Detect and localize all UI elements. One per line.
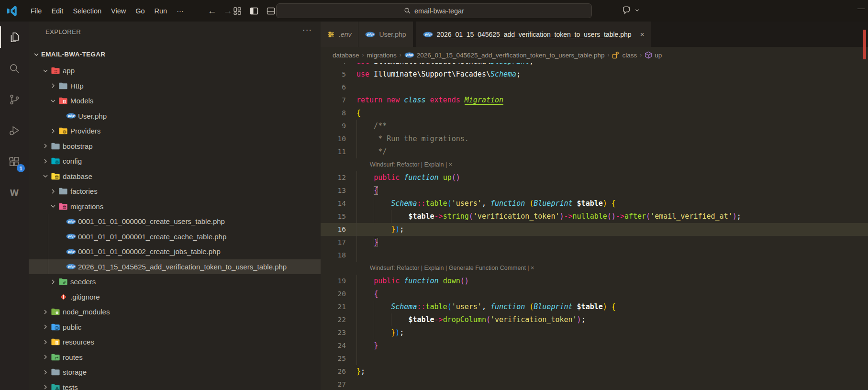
tree-item--gitignore[interactable]: .gitignore — [29, 290, 321, 305]
tree-item-0001-01-01-000000-create-users-table-php[interactable]: php0001_01_01_000000_create_users_table.… — [29, 214, 321, 229]
close-icon[interactable]: × — [640, 30, 645, 38]
code-line-13[interactable]: 13 { — [321, 184, 868, 197]
code-line-14[interactable]: 14 Schema::table('users', function (Blue… — [321, 197, 868, 210]
activity-search[interactable] — [0, 53, 29, 84]
code-line-24[interactable]: 24 } — [321, 339, 868, 352]
code-line-12[interactable]: 12 public function up() — [321, 171, 868, 184]
tree-item-migrations[interactable]: migrations — [29, 199, 321, 214]
tree-item-storage[interactable]: storage — [29, 365, 321, 380]
tree-item-routes[interactable]: routes — [29, 350, 321, 365]
tree-item-providers[interactable]: Providers — [29, 123, 321, 139]
activity-explorer[interactable] — [0, 22, 29, 53]
tab-user-php[interactable]: phpUser.php — [358, 22, 413, 47]
code-line-20[interactable]: 20 { — [321, 288, 868, 301]
activity-run-debug[interactable] — [0, 115, 29, 146]
customize-layout-icon[interactable] — [233, 6, 242, 16]
tree-item-models[interactable]: Models — [29, 93, 321, 109]
code-line-10[interactable]: 10 * Run the migrations. — [321, 133, 868, 145]
chevron-right-icon — [41, 142, 50, 150]
code-line-18[interactable]: 18 — [321, 249, 868, 262]
tree-item-public[interactable]: public — [29, 320, 321, 335]
menu-run[interactable]: Run — [150, 5, 172, 17]
activity-extensions[interactable]: 1 — [0, 146, 29, 177]
tree-item-0001-01-01-000001-create-cache-table-php[interactable]: php0001_01_01_000001_create_cache_table.… — [29, 229, 321, 245]
code-line-5[interactable]: 5use Illuminate\Support\Facades\Schema; — [321, 68, 868, 81]
breadcrumb-segment-1[interactable]: database — [333, 52, 359, 59]
code-line-15[interactable]: 15 $table->string('verification_token')-… — [321, 210, 868, 223]
code-line-25[interactable]: 25 — [321, 352, 868, 365]
tree-item-label: bootstrap — [63, 142, 93, 150]
tree-item-node-modules[interactable]: node_modules — [29, 304, 321, 320]
nav-forward-arrow[interactable]: → — [223, 6, 233, 16]
nav-back-arrow[interactable]: ← — [208, 6, 217, 16]
code-line-27[interactable]: 27 — [321, 378, 868, 390]
codelens-row[interactable]: Windsurf: Refactor | Explain | Generate … — [321, 262, 868, 275]
codelens-row[interactable]: Windsurf: Refactor | Explain | × — [321, 158, 868, 171]
code-line-17[interactable]: 17 } — [321, 236, 868, 249]
codelens-actions[interactable]: Windsurf: Refactor | Explain | × — [346, 158, 868, 171]
tree-item-seeders[interactable]: seeders — [29, 274, 321, 290]
tree-item-tests[interactable]: tests — [29, 380, 321, 390]
indent-guide — [356, 120, 357, 133]
tree-item-label: Providers — [70, 127, 100, 135]
menu-go[interactable]: Go — [131, 5, 149, 17]
code-line-7[interactable]: 7return new class extends Migration — [321, 94, 868, 107]
code-editor[interactable]: 4use Illuminate\Database\Schema\Blueprin… — [321, 63, 868, 390]
tree-item-0001-01-01-000002-create-jobs-table-php[interactable]: php0001_01_01_000002_create_jobs_table.p… — [29, 244, 321, 259]
code-line-9[interactable]: 9 /** — [321, 120, 868, 133]
codelens-actions[interactable]: Windsurf: Refactor | Explain | Generate … — [346, 262, 868, 275]
code-line-6[interactable]: 6 — [321, 81, 868, 94]
menu-view[interactable]: View — [106, 5, 131, 17]
line-number: 18 — [321, 249, 346, 262]
toggle-panel-icon[interactable] — [266, 6, 276, 16]
toggle-primary-sidebar-icon[interactable] — [249, 6, 259, 16]
project-root-row[interactable]: EMAIL-BWA-TEGAR — [29, 48, 321, 61]
indent-guide — [374, 301, 374, 313]
tree-item-app[interactable]: app — [29, 63, 321, 78]
tab-label: 2026_01_15_045625_add_verification_token… — [437, 31, 632, 38]
breadcrumb[interactable]: database›migrations›php2026_01_15_045625… — [321, 47, 868, 63]
window-minimize-icon[interactable]: — — [857, 4, 865, 12]
breadcrumb-segment-4[interactable]: class — [612, 51, 637, 59]
code-line-26[interactable]: 26}; — [321, 365, 868, 378]
copilot-chat-icon[interactable] — [621, 5, 632, 16]
tree-item-http[interactable]: Http — [29, 78, 321, 94]
svg-text:php: php — [67, 114, 75, 118]
code-line-16[interactable]: 16 }); — [321, 223, 868, 236]
files-icon — [8, 31, 21, 44]
tree-item-bootstrap[interactable]: bootstrap — [29, 139, 321, 154]
command-center-search[interactable]: email-bwa-tegar — [276, 3, 592, 18]
activity-windsurf[interactable]: W — [0, 177, 29, 208]
code-line-8[interactable]: 8{ — [321, 107, 868, 120]
explorer-more-actions-button[interactable]: ··· — [302, 25, 312, 35]
menu-[interactable]: ··· — [172, 5, 189, 17]
code-line-4[interactable]: 4use Illuminate\Database\Schema\Blueprin… — [321, 63, 868, 68]
breadcrumb-segment-5[interactable]: up — [645, 51, 662, 59]
chevron-down-icon[interactable] — [634, 7, 640, 13]
breadcrumb-separator: › — [400, 52, 401, 58]
menu-file[interactable]: File — [26, 5, 46, 17]
code-line-21[interactable]: 21 Schema::table('users', function (Blue… — [321, 301, 868, 313]
tree-item-factories[interactable]: factories — [29, 184, 321, 199]
tree-item-resources[interactable]: resources — [29, 334, 321, 350]
tab-2026-01-15-045625-add-verification-token-to-users-table-php[interactable]: php2026_01_15_045625_add_verification_to… — [416, 22, 652, 47]
folder-bootstrap-icon — [50, 143, 61, 150]
tree-item-config[interactable]: config — [29, 154, 321, 169]
code-line-23[interactable]: 23 }); — [321, 326, 868, 339]
tree-item-database[interactable]: database — [29, 169, 321, 184]
line-number: 7 — [321, 94, 346, 107]
breadcrumb-label: migrations — [367, 52, 397, 59]
menu-edit[interactable]: Edit — [46, 5, 68, 17]
code-line-22[interactable]: 22 $table->dropColumn('verification_toke… — [321, 313, 868, 326]
tree-item-label: 0001_01_01_000000_create_users_table.php — [78, 217, 225, 225]
tab--env[interactable]: .env — [321, 22, 358, 47]
code-line-19[interactable]: 19 public function down() — [321, 275, 868, 288]
menu-selection[interactable]: Selection — [68, 5, 106, 17]
line-number — [321, 262, 346, 275]
breadcrumb-segment-2[interactable]: migrations — [367, 52, 397, 59]
activity-source-control[interactable] — [0, 84, 29, 115]
tree-item-2026-01-15-045625-add-verification-token-to-users-table-php[interactable]: php2026_01_15_045625_add_verification_to… — [29, 259, 321, 275]
tree-item-user-php[interactable]: phpUser.php — [29, 109, 321, 124]
code-line-11[interactable]: 11 */ — [321, 145, 868, 158]
breadcrumb-segment-3[interactable]: php2026_01_15_045625_add_verification_to… — [404, 52, 605, 59]
